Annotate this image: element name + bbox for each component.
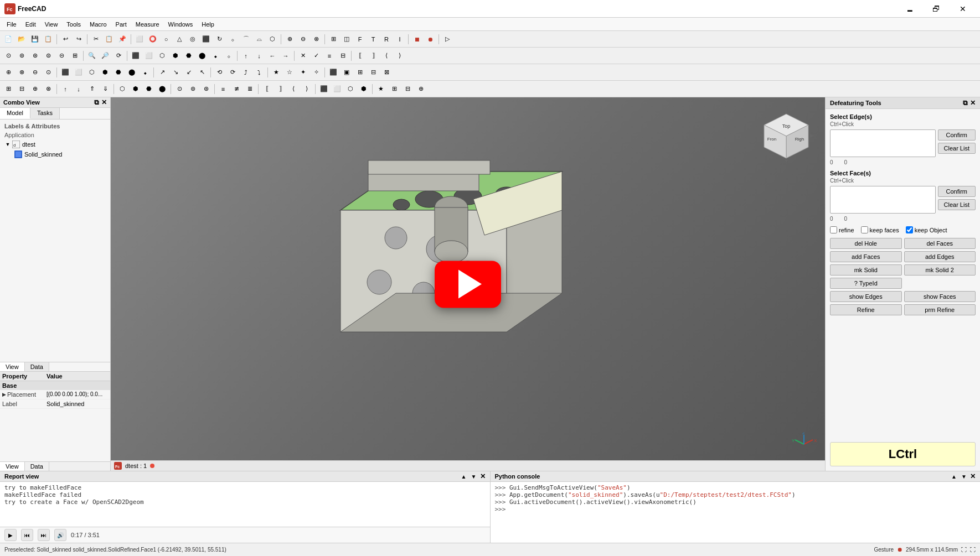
play-pause-btn[interactable]: ▶ xyxy=(4,529,17,541)
tree-item-dtest[interactable]: ▼ d dtest xyxy=(2,139,108,149)
menu-item-windows[interactable]: Windows xyxy=(164,18,198,31)
r3-btn17[interactable]: ⟳ xyxy=(226,66,239,79)
r2-btn8[interactable]: 🔎 xyxy=(99,50,111,62)
extrude-btn[interactable]: ⬛ xyxy=(200,33,212,45)
r3-btn20[interactable]: ★ xyxy=(270,66,282,79)
keep-faces-checkbox[interactable] xyxy=(861,226,868,233)
cut-btn[interactable]: ✂ xyxy=(90,33,102,45)
r2-btn11[interactable]: ⬜ xyxy=(143,50,155,62)
menu-item-edit[interactable]: Edit xyxy=(21,18,40,31)
r3-btn28[interactable]: ⊠ xyxy=(380,66,393,79)
r2-btn20[interactable]: ← xyxy=(266,50,278,62)
r4-btn4[interactable]: ⊗ xyxy=(42,83,54,95)
tab-model[interactable]: Model xyxy=(0,108,30,119)
faces-select[interactable] xyxy=(830,186,936,214)
save-btn[interactable]: 💾 xyxy=(29,33,41,45)
keep-object-checkbox[interactable] xyxy=(906,226,913,233)
r3-btn9[interactable]: ⬣ xyxy=(112,66,125,79)
r3-btn6[interactable]: ⬜ xyxy=(73,66,85,79)
edges-clear-btn[interactable]: Clear List xyxy=(938,143,976,154)
cone-btn[interactable]: △ xyxy=(173,33,185,45)
sphere-btn[interactable]: ○ xyxy=(160,33,172,45)
data-tab[interactable]: Data xyxy=(25,362,49,371)
r4-btn9[interactable]: ⬡ xyxy=(116,83,128,95)
close-python-btn[interactable]: ✕ xyxy=(970,472,976,480)
stop-btn[interactable]: ⏹ xyxy=(411,33,423,45)
refine-checkbox[interactable] xyxy=(830,226,837,233)
menu-item-macro[interactable]: Macro xyxy=(85,18,111,31)
menu-item-view[interactable]: View xyxy=(40,18,63,31)
r3-btn1[interactable]: ⊕ xyxy=(2,66,14,79)
new-btn[interactable]: 📄 xyxy=(2,33,14,45)
paste-btn[interactable]: 📌 xyxy=(116,33,128,45)
close-report-btn[interactable]: ✕ xyxy=(480,472,486,480)
r3-btn18[interactable]: ⤴ xyxy=(240,66,252,79)
r4-btn29[interactable]: ⊟ xyxy=(401,83,414,95)
r2-btn7[interactable]: 🔍 xyxy=(86,50,98,62)
edges-select[interactable] xyxy=(830,129,936,157)
view-sel-btn[interactable]: ◫ xyxy=(341,33,353,45)
r4-btn19[interactable]: ⟦ xyxy=(261,83,273,95)
r4-btn24[interactable]: ⬜ xyxy=(331,83,343,95)
r3-btn8[interactable]: ⬢ xyxy=(99,66,111,79)
torus-btn[interactable]: ◎ xyxy=(187,33,199,45)
r3-btn22[interactable]: ✦ xyxy=(297,66,309,79)
r4-btn12[interactable]: ⬤ xyxy=(156,83,168,95)
iso-view-btn[interactable]: I xyxy=(394,33,406,45)
r2-btn28[interactable]: ⟨ xyxy=(380,50,393,62)
keep-faces-checkbox-label[interactable]: keep faces xyxy=(861,226,899,233)
menu-item-file[interactable]: File xyxy=(2,18,21,31)
r4-btn3[interactable]: ⊕ xyxy=(29,83,41,95)
menu-item-help[interactable]: Help xyxy=(197,18,219,31)
boolean-btn[interactable]: ⊕ xyxy=(283,33,296,45)
show-faces-btn[interactable]: show Faces xyxy=(904,291,976,302)
r3-btn27[interactable]: ⊟ xyxy=(367,66,379,79)
r2-btn23[interactable]: ✓ xyxy=(310,50,322,62)
r2-btn5[interactable]: ⊝ xyxy=(55,50,68,62)
r2-btn29[interactable]: ⟩ xyxy=(394,50,406,62)
r2-btn16[interactable]: ⬥ xyxy=(209,50,221,62)
step-fwd-btn[interactable]: ⏭ xyxy=(38,529,50,541)
menu-item-part[interactable]: Part xyxy=(111,18,131,31)
loft-btn[interactable]: ⬡ xyxy=(266,33,278,45)
r2-btn2[interactable]: ⊚ xyxy=(16,50,28,62)
r3-btn5[interactable]: ⬛ xyxy=(59,66,71,79)
r3-btn15[interactable]: ↖ xyxy=(196,66,208,79)
prm-refine-btn[interactable]: prm Refine xyxy=(904,304,976,315)
refine-btn[interactable]: Refine xyxy=(830,304,902,315)
right-view-btn[interactable]: R xyxy=(380,33,393,45)
refine-checkbox-label[interactable]: refine xyxy=(830,226,854,233)
r4-btn16[interactable]: ≡ xyxy=(217,83,229,95)
r2-btn18[interactable]: ↑ xyxy=(240,50,252,62)
r2-btn25[interactable]: ⊟ xyxy=(337,50,349,62)
r2-btn15[interactable]: ⬤ xyxy=(196,50,208,62)
show-edges-btn[interactable]: show Edges xyxy=(830,291,902,302)
data-tab-btn[interactable]: Data xyxy=(25,462,49,471)
float-defeaturing-btn[interactable]: ⧉ xyxy=(963,99,968,107)
r3-btn7[interactable]: ⬡ xyxy=(86,66,98,79)
python-scroll-down[interactable]: ▼ xyxy=(960,472,968,480)
r3-btn10[interactable]: ⬤ xyxy=(126,66,138,79)
r4-btn7[interactable]: ⇑ xyxy=(86,83,98,95)
r2-btn17[interactable]: ⬦ xyxy=(223,50,235,62)
subtract-btn[interactable]: ⊖ xyxy=(297,33,309,45)
r2-btn10[interactable]: ⬛ xyxy=(130,50,142,62)
front-view-btn[interactable]: F xyxy=(354,33,366,45)
r4-btn8[interactable]: ⇓ xyxy=(99,83,111,95)
minimize-button[interactable]: 🗕 xyxy=(897,0,922,18)
mk-solid-btn[interactable]: mk Solid xyxy=(830,264,902,276)
r2-btn21[interactable]: → xyxy=(280,50,292,62)
r3-btn4[interactable]: ⊙ xyxy=(42,66,54,79)
copy-btn[interactable]: 📋 xyxy=(103,33,115,45)
r2-btn9[interactable]: ⟳ xyxy=(112,50,125,62)
view-all-btn[interactable]: ⊞ xyxy=(327,33,339,45)
r3-btn26[interactable]: ⊞ xyxy=(354,66,366,79)
r4-btn22[interactable]: ⟩ xyxy=(301,83,313,95)
r2-btn24[interactable]: ≡ xyxy=(323,50,336,62)
r4-btn25[interactable]: ⬡ xyxy=(344,83,357,95)
r4-btn28[interactable]: ⊞ xyxy=(388,83,400,95)
r3-btn23[interactable]: ✧ xyxy=(310,66,322,79)
r2-btn6[interactable]: ⊞ xyxy=(69,50,81,62)
r4-btn26[interactable]: ⬢ xyxy=(358,83,370,95)
r4-btn15[interactable]: ⊛ xyxy=(200,83,212,95)
